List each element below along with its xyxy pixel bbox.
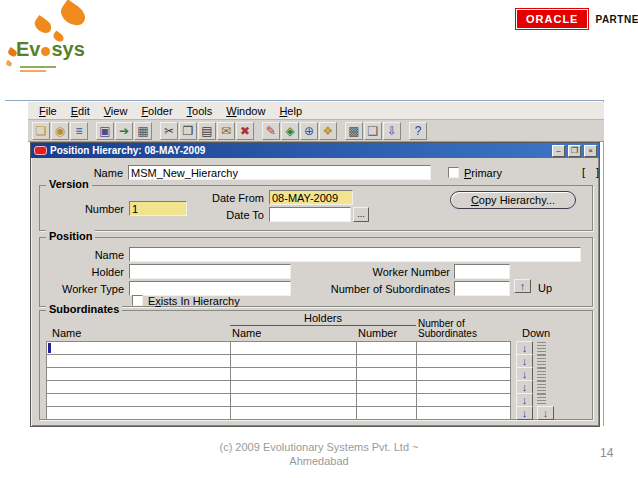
holder-input[interactable] [129,264,291,279]
attachments-icon[interactable]: ⊕ [300,122,318,140]
row-down-button[interactable]: ↓ [516,380,533,394]
subordinate-cell[interactable] [230,367,357,381]
next-step-icon[interactable]: ➔ [115,122,133,140]
subordinate-row: ↓ [46,393,554,407]
find-icon[interactable]: ◉ [51,122,69,140]
date-to-label: Date To [160,209,264,221]
position-name-label: Name [44,249,124,261]
presentation-slide: Evsys ORACLE PARTNER FileEditViewFolderT… [0,0,638,478]
mail-icon[interactable]: ✉ [217,122,235,140]
minimize-button[interactable]: – [552,145,565,157]
copy-hierarchy-button[interactable]: Copy Hierarchy... [450,191,576,209]
subordinate-cell[interactable] [356,367,417,381]
primary-checkbox[interactable] [448,167,459,178]
subordinate-cell[interactable] [416,367,511,381]
menu-tools[interactable]: Tools [180,105,220,117]
cut-icon[interactable]: ✂ [160,122,178,140]
close-button[interactable]: × [584,145,597,157]
subordinate-row: ↓ [46,341,554,355]
row-down-button[interactable]: ↓ [516,354,533,368]
window-titlebar[interactable]: Position Hierarchy: 08-MAY-2009 – ❐ × [31,143,599,158]
subordinate-cell[interactable] [416,341,511,355]
copy-icon[interactable]: ❐ [179,122,197,140]
subordinate-cell[interactable] [230,354,357,368]
subordinate-cell[interactable] [46,367,231,381]
save-icon[interactable]: ▣ [96,122,114,140]
row-down-button[interactable]: ↓ [516,406,533,420]
navigator-icon[interactable]: ≡ [70,122,88,140]
summary-icon[interactable]: ▩ [345,122,363,140]
position-group-title: Position [46,230,95,242]
up-button[interactable]: ↑ [514,279,531,293]
restore-button[interactable]: ❐ [568,145,581,157]
subordinate-cell[interactable] [356,393,417,407]
date-to-lov-button[interactable]: ... [353,207,369,222]
help-icon[interactable]: ? [409,122,427,140]
grid-scrollbar-down-button[interactable]: ↓ [537,406,554,420]
worker-type-input[interactable] [129,281,291,296]
bracket-close: ] [596,166,599,178]
menu-window[interactable]: Window [219,105,272,117]
menu-edit[interactable]: Edit [64,105,97,117]
edit-icon[interactable]: ✎ [262,122,280,140]
slide-page-number: 14 [600,446,630,460]
date-from-input[interactable] [269,190,353,205]
menu-file[interactable]: File [32,105,64,117]
partner-label: PARTNER [595,14,638,25]
evosys-swirl-icon [32,15,54,36]
new-icon[interactable]: ❏ [32,122,50,140]
hierarchy-name-input[interactable] [128,165,431,180]
subordinate-cell[interactable] [46,393,231,407]
holders-header: Holders [230,312,416,324]
subordinate-cell[interactable] [416,354,511,368]
evosys-swirl-icon [5,60,13,68]
holders-header-line [230,325,416,326]
number-of-subordinates-input[interactable] [454,281,510,296]
toolbar-separator [338,122,345,140]
print-icon[interactable]: ▦ [134,122,152,140]
export-icon[interactable]: ⇩ [383,122,401,140]
clear-record-icon[interactable]: ✖ [236,122,254,140]
evosys-tagline-bar [20,66,56,68]
subordinate-row: ↓ [46,367,554,381]
holder-label: Holder [44,266,124,278]
date-to-input[interactable] [269,207,351,222]
subordinate-cell[interactable] [46,380,231,394]
oracle-logo: ORACLE [516,9,588,29]
subordinate-cell[interactable] [230,406,357,420]
exists-in-hierarchy-label: Exists In Hierarchy [148,295,240,307]
subordinate-cell[interactable] [46,341,231,355]
subordinate-cell[interactable] [356,406,417,420]
worker-number-input[interactable] [454,264,510,279]
paste-icon[interactable]: ▤ [198,122,216,140]
subordinate-cell[interactable] [356,341,417,355]
menu-folder[interactable]: Folder [134,105,179,117]
subordinate-cell[interactable] [46,354,231,368]
window-title: Position Hierarchy: 08-MAY-2009 [50,145,549,156]
up-arrow-icon: ↑ [520,280,526,292]
folder-tools-icon[interactable]: ❖ [319,122,337,140]
row-down-button[interactable]: ↓ [516,341,533,355]
footer-copyright-line2: Ahmedabad [0,455,638,467]
menu-view[interactable]: View [97,105,135,117]
row-down-button[interactable]: ↓ [516,367,533,381]
subordinate-cell[interactable] [230,393,357,407]
evosys-logo: Evsys [6,2,106,84]
subordinate-cell[interactable] [416,380,511,394]
window-icon[interactable]: ❑ [364,122,382,140]
grid-scrollbar-track [537,368,546,381]
subordinate-cell[interactable] [46,406,231,420]
subordinate-cell[interactable] [356,380,417,394]
evosys-logo-text: Evsys [16,38,85,61]
row-down-button[interactable]: ↓ [516,393,533,407]
subordinate-cell[interactable] [416,406,511,420]
subordinate-cell[interactable] [230,341,357,355]
subordinate-cell[interactable] [356,354,417,368]
position-group: Position Name Holder Worker Number Worke… [39,237,593,307]
subordinate-cell[interactable] [230,380,357,394]
position-name-input[interactable] [129,247,581,262]
exists-in-hierarchy-checkbox[interactable] [132,295,143,306]
menu-help[interactable]: Help [272,105,309,117]
subordinate-cell[interactable] [416,393,511,407]
translations-icon[interactable]: ◈ [281,122,299,140]
